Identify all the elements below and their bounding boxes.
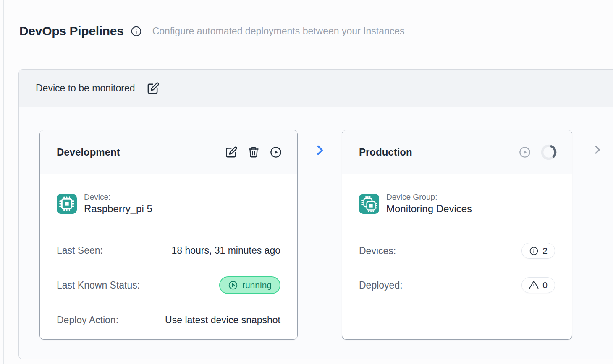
last-seen-row: Last Seen: 18 hours, 31 minutes ago xyxy=(40,243,297,258)
stage-actions xyxy=(519,144,557,160)
trash-icon xyxy=(247,146,260,159)
deployed-row: Deployed: 0 xyxy=(342,277,572,293)
delete-stage-button[interactable] xyxy=(247,146,260,159)
chevron-right-icon xyxy=(314,143,326,157)
next-stage-chevron[interactable] xyxy=(589,130,605,156)
pipeline-panel-header: Device to be monitored xyxy=(19,70,613,107)
edit-icon xyxy=(225,146,238,159)
stage-title: Development xyxy=(57,146,120,158)
device-chip-icon xyxy=(57,194,77,214)
stage-connector xyxy=(298,130,342,157)
device-row: Device: Raspberry_pi 5 xyxy=(40,174,297,215)
page-subtitle: Configure automated deployments between … xyxy=(152,26,405,37)
deployed-label: Deployed: xyxy=(359,280,403,291)
device-name: Raspberry_pi 5 xyxy=(84,203,152,215)
card-divider xyxy=(57,227,280,227)
stage-actions xyxy=(225,146,282,159)
device-meta: Device: Raspberry_pi 5 xyxy=(84,192,152,215)
pipeline-panel: Device to be monitored Development xyxy=(18,69,613,359)
deploy-action-value: Use latest device snapshot xyxy=(165,315,280,326)
production-card-header: Production xyxy=(342,130,572,174)
edit-icon xyxy=(147,82,160,95)
last-seen-value: 18 hours, 31 minutes ago xyxy=(171,245,280,256)
deploy-action-row: Deploy Action: Use latest device snapsho… xyxy=(40,312,297,328)
page-header: DevOps Pipelines Configure automated dep… xyxy=(0,0,613,38)
status-badge-label: running xyxy=(242,280,272,290)
pipeline-stages: Development xyxy=(19,107,613,359)
status-badge: running xyxy=(219,276,280,294)
loading-spinner-icon xyxy=(541,144,557,160)
chevron-right-icon xyxy=(592,143,603,156)
devices-label: Devices: xyxy=(359,245,396,257)
panel-title: Device to be monitored xyxy=(36,83,135,94)
last-known-status-row: Last Known Status: running xyxy=(40,276,297,294)
run-stage-button-disabled[interactable] xyxy=(519,146,531,159)
header-divider xyxy=(18,51,613,51)
card-divider xyxy=(359,227,555,227)
production-stage-card: Production xyxy=(342,130,572,340)
development-stage-card: Development xyxy=(39,130,298,340)
last-seen-label: Last Seen: xyxy=(57,245,103,256)
device-label: Device: xyxy=(84,192,152,202)
stage-title: Production xyxy=(359,146,412,158)
device-group-meta: Device Group: Monitoring Devices xyxy=(386,192,472,215)
device-group-row: Device Group: Monitoring Devices xyxy=(342,174,572,215)
deployed-count-badge[interactable]: 0 xyxy=(521,277,555,293)
production-card-body: Device Group: Monitoring Devices Devices… xyxy=(342,174,572,293)
info-circle-icon xyxy=(529,246,539,256)
run-stage-button[interactable] xyxy=(270,146,282,159)
play-circle-icon xyxy=(228,280,238,290)
last-known-status-label: Last Known Status: xyxy=(57,280,140,291)
warning-triangle-icon xyxy=(529,281,539,290)
development-card-body: Device: Raspberry_pi 5 Last Seen: 18 hou… xyxy=(40,174,297,328)
info-icon[interactable] xyxy=(131,26,142,37)
development-card-header: Development xyxy=(40,130,297,174)
deployed-count: 0 xyxy=(542,280,548,290)
play-circle-icon xyxy=(270,146,282,159)
content-left-border xyxy=(3,0,4,364)
play-circle-icon xyxy=(519,146,531,159)
devices-count-badge[interactable]: 2 xyxy=(521,243,555,259)
devices-count: 2 xyxy=(542,246,548,256)
deploy-action-label: Deploy Action: xyxy=(57,315,118,326)
edit-pipeline-button[interactable] xyxy=(147,82,160,95)
device-group-name: Monitoring Devices xyxy=(386,203,472,215)
page-title: DevOps Pipelines xyxy=(19,24,124,38)
device-group-chips-icon xyxy=(359,194,379,214)
device-group-label: Device Group: xyxy=(386,192,472,202)
devices-row: Devices: 2 xyxy=(342,243,572,259)
edit-stage-button[interactable] xyxy=(225,146,238,159)
